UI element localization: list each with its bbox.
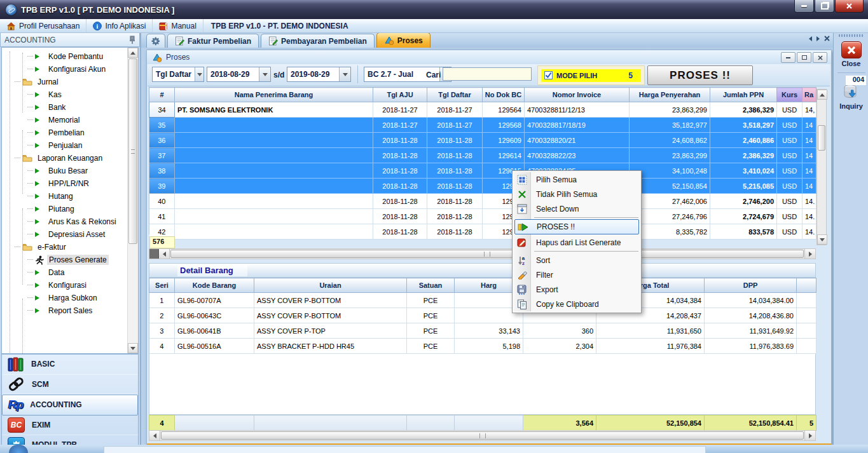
cell-harga[interactable]: 23,863,299	[630, 102, 710, 118]
detail-cell[interactable]: 11,976,384	[596, 339, 705, 354]
module-button-scm[interactable]: SCM	[2, 375, 138, 395]
column-header[interactable]: #	[149, 88, 175, 102]
detail-cell[interactable]: GL96-00643C	[175, 308, 254, 323]
hscroll-left-arrow[interactable]	[159, 249, 170, 259]
sidebar-item-data[interactable]: Data	[2, 266, 127, 279]
chevron-down-icon[interactable]	[259, 67, 270, 81]
table-row[interactable]: 372018-11-282018-11-281296144700328822/2…	[149, 148, 816, 163]
cell-tgl-daftar[interactable]: 2018-11-28	[427, 209, 483, 224]
inquiry-button[interactable]: Inquiry	[834, 82, 868, 112]
cell-tgl-aju[interactable]: 2018-11-28	[373, 209, 427, 224]
cell-tgl-aju[interactable]: 2018-11-28	[373, 224, 427, 240]
detail-cell[interactable]: 2	[149, 308, 175, 323]
sidebar-item-hpp-lr-nr[interactable]: HPP/LR/NR	[2, 177, 127, 190]
cell-tgl-daftar[interactable]: 2018-11-28	[427, 179, 483, 194]
menubar-item-profil-perusahaan[interactable]: Profil Perusahaan	[0, 19, 86, 32]
hscroll-thumb[interactable]	[161, 431, 804, 440]
sidebar-item-buku-besar[interactable]: Buku Besar	[2, 165, 127, 177]
context-menu-item-select-down[interactable]: Select Down	[513, 201, 640, 216]
cell-kurs[interactable]: USD	[777, 133, 803, 148]
field-selector-combo[interactable]: Tgl Daftar	[152, 67, 204, 82]
cell-tgl-daftar[interactable]: 2018-11-28	[427, 163, 483, 179]
context-menu-item-pilih-semua[interactable]: Pilih Semua	[513, 172, 640, 187]
cell-ppn[interactable]: 3,518,297	[710, 118, 777, 133]
module-button-basic[interactable]: BASIC	[2, 355, 138, 375]
column-header[interactable]: Nomor Invoice	[525, 88, 630, 102]
context-menu-item-export[interactable]: Export	[513, 282, 640, 297]
sidebar-item-memorial[interactable]: Memorial	[2, 114, 127, 126]
detail-cell[interactable]: 11,931,649.92	[705, 323, 797, 339]
column-header[interactable]	[797, 278, 816, 293]
row-number[interactable]: 39	[149, 179, 175, 194]
chevron-down-icon[interactable]	[195, 67, 203, 81]
table-row[interactable]: 402018-11-282018-11-281296527,462,0062,7…	[149, 194, 816, 209]
row-number[interactable]: 34	[149, 102, 175, 118]
cell-rate[interactable]: 14	[803, 148, 816, 163]
sidebar-item-report-sales[interactable]: Report Sales	[2, 304, 127, 317]
detail-cell[interactable]: 4	[149, 339, 175, 354]
vscroll-up-arrow[interactable]	[817, 90, 827, 100]
hscroll-right-arrow[interactable]	[804, 431, 815, 440]
cell-kurs[interactable]: USD	[777, 209, 803, 224]
cell-rate[interactable]: 14.	[803, 194, 816, 209]
tree-scrollbar[interactable]	[127, 48, 138, 353]
cell-ppn[interactable]: 2,746,200	[710, 194, 777, 209]
sidebar-item-konfigurasi[interactable]: Konfigurasi	[2, 279, 127, 292]
cell-nama[interactable]	[175, 148, 373, 163]
context-menu-item-sort[interactable]: azSort	[513, 253, 640, 267]
cell-kurs[interactable]: USD	[777, 194, 803, 209]
cell-ppn[interactable]: 833,578	[710, 224, 777, 240]
sidebar-item-hutang[interactable]: Hutang	[2, 190, 127, 203]
detail-cell[interactable]: 360	[523, 323, 596, 339]
detail-cell[interactable]: GL96-00516A	[175, 339, 254, 354]
detail-cell[interactable]: GL96-00707A	[175, 293, 254, 308]
sidebar-item-kode-pembantu[interactable]: Kode Pembantu	[2, 50, 127, 63]
cell-harga[interactable]: 23,863,299	[630, 148, 710, 163]
date-to-picker[interactable]: 2019-08-29	[287, 67, 351, 82]
cell-kurs[interactable]: USD	[777, 148, 803, 163]
cell-no-dok[interactable]: 129568	[483, 118, 525, 133]
module-button-accounting[interactable]: RpACCOUNTING	[2, 395, 138, 416]
context-menu-item-hapus-dari-list-generate[interactable]: Hapus dari List Generate	[513, 235, 640, 250]
detail-cell[interactable]: PCE	[407, 293, 455, 308]
cell-tgl-daftar[interactable]: 2018-11-27	[427, 102, 483, 118]
cell-harga[interactable]: 24,608,862	[630, 133, 710, 148]
chevron-down-icon[interactable]	[339, 67, 350, 81]
cell-harga[interactable]: 35,182,977	[630, 118, 710, 133]
detail-cell[interactable]	[797, 339, 816, 354]
cell-tgl-aju[interactable]: 2018-11-28	[373, 163, 427, 179]
cell-kurs[interactable]: USD	[777, 224, 803, 240]
search-input[interactable]	[443, 67, 532, 81]
main-grid-vscrollbar[interactable]	[816, 89, 827, 245]
table-row[interactable]: 352018-11-272018-11-271295684700328817/1…	[149, 118, 816, 133]
detail-cell[interactable]: 2,304	[523, 339, 596, 354]
detail-cell[interactable]: ASSY COVER P-BOTTOM	[254, 308, 407, 323]
detail-cell[interactable]: 14,034,384.00	[705, 293, 797, 308]
cell-tgl-daftar[interactable]: 2018-11-28	[427, 133, 483, 148]
detail-cell[interactable]: ASSY COVER P-TOP	[254, 323, 407, 339]
sidebar-item-kas[interactable]: Kas	[2, 88, 127, 101]
row-number[interactable]: 40	[149, 194, 175, 209]
mdi-restore-button[interactable]	[797, 52, 811, 63]
cell-rate[interactable]: 14,	[803, 102, 816, 118]
minimize-button[interactable]	[794, 0, 814, 13]
detail-cell[interactable]: 5,198	[455, 339, 523, 354]
row-number[interactable]: 35	[149, 118, 175, 133]
detail-cell[interactable]: 11,976,383.69	[705, 339, 797, 354]
tree-scroll-thumb[interactable]	[128, 58, 137, 244]
cell-no-dok[interactable]: 129614	[483, 148, 525, 163]
sidebar-item-harga-subkon[interactable]: Harga Subkon	[2, 292, 127, 304]
detail-cell[interactable]: PCE	[407, 308, 455, 323]
table-row[interactable]: 34PT. SOMSANG ELEKTRONIK2018-11-272018-1…	[149, 102, 816, 118]
cell-rate[interactable]: 14	[803, 118, 816, 133]
column-header[interactable]: Kurs	[777, 88, 803, 102]
cell-tgl-daftar[interactable]: 2018-11-27	[427, 118, 483, 133]
cell-nama[interactable]	[175, 224, 373, 240]
column-header[interactable]: Ra	[803, 88, 816, 102]
row-number[interactable]: 37	[149, 148, 175, 163]
sidebar-item-jurnal[interactable]: Jurnal	[2, 76, 127, 88]
cell-ppn[interactable]: 2,386,329	[710, 148, 777, 163]
cell-kurs[interactable]: USD	[777, 163, 803, 179]
column-header[interactable]: Tgl Daftar	[427, 88, 483, 102]
close-window-button[interactable]	[835, 0, 864, 13]
